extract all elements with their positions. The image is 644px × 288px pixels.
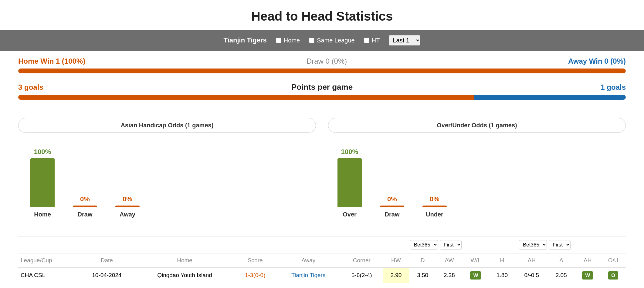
last-select[interactable]: Last 1 Last 5 Last 10 [389,35,420,45]
win-draw-section: Home Win 1 (100%) Draw 0 (0%) Away Win 0… [0,51,644,115]
th-bet365-first-group2: Bet365 First [489,236,601,253]
right-chart-bars: 100% Over 0% Draw 0% Under [337,148,614,221]
th-bet365-first-group1: Bet365 First [383,236,489,253]
first-select-2[interactable]: First [549,240,571,249]
away-win-label: Away Win 0 (0%) [568,57,626,65]
over-bar-rect [337,158,362,207]
win-draw-row: Home Win 1 (100%) Draw 0 (0%) Away Win 0… [18,57,626,65]
th-corner: Corner [341,253,383,268]
same-league-filter-label: Same League [309,37,355,44]
bet365-first-dropdown-1: Bet365 First [385,240,486,249]
ou-draw-bar-item: 0% Draw [380,195,404,218]
page-title: Head to Head Statistics [0,0,644,30]
cell-date: 10-04-2024 [78,268,135,283]
draw-bar-rect [73,206,97,207]
table-header-dropdowns: Bet365 First Bet365 [18,236,626,253]
ou-badge: O [608,271,618,280]
goals-orange-part [18,95,474,100]
th-empty-right [601,236,626,253]
th-d: D [409,253,436,268]
th-home: Home [135,253,234,268]
goals-blue-part [474,95,626,100]
first-select-1[interactable]: First [440,240,462,249]
main-container: Head to Head Statistics Tianjin Tigers H… [0,0,644,288]
th-h: H [489,253,516,268]
cell-h: 1.80 [489,268,516,283]
same-league-checkbox[interactable] [309,38,314,43]
away-bar-label: Away [120,211,135,218]
charts-section: 100% Home 0% Draw 0% Away [0,139,644,233]
under-bar-rect [422,206,447,207]
away-team-value: Tianjin Tigers [291,272,325,278]
draw-bar-label: Draw [78,211,93,218]
th-away: Away [276,253,341,268]
th-wl: W/L [463,253,489,268]
asian-handicap-odds-box: Asian Handicap Odds (1 games) [18,118,316,133]
right-chart: 100% Over 0% Draw 0% Under [325,142,626,227]
draw-bar-pct: 0% [80,195,90,203]
odds-section: Asian Handicap Odds (1 games) Over/Under… [0,115,644,139]
th-aw: AW [436,253,463,268]
over-bar-item: 100% Over [337,148,362,218]
over-bar-label: Over [343,211,357,218]
team-name: Tianjin Tigers [224,36,267,44]
bet365-select-2[interactable]: Bet365 [519,240,547,249]
cell-ah2: W [575,268,601,283]
goals-right: 1 goals [601,83,626,92]
ht-checkbox[interactable] [364,38,369,43]
cell-ah: 0/-0.5 [515,268,548,283]
bet365-first-dropdown-2: Bet365 First [491,240,598,249]
ht-filter-label: HT [364,37,380,44]
cell-hw: 2.90 [383,268,409,283]
home-checkbox[interactable] [276,38,281,43]
score-value: 1-3(0-0) [245,272,266,278]
ah2-badge: W [582,271,593,280]
under-bar-item: 0% Under [422,195,447,218]
th-date: Date [78,253,135,268]
cell-league: CHA CSL [18,268,78,283]
home-bar-item: 100% Home [30,148,55,218]
left-chart-bars: 100% Home 0% Draw 0% Away [30,148,307,221]
wl-badge: W [470,271,481,280]
left-chart: 100% Home 0% Draw 0% Away [18,142,319,227]
draw-bar-item: 0% Draw [73,195,97,218]
home-bar-pct: 100% [34,148,51,156]
cell-home: Qingdao Youth Island [135,268,234,283]
over-under-odds-box: Over/Under Odds (1 games) [328,118,626,133]
win-progress-bar [18,69,626,73]
th-score: Score [234,253,276,268]
goals-progress-bar [18,95,626,100]
under-bar-label: Under [426,211,443,218]
goals-bar-split [18,95,626,100]
cell-wl: W [463,268,489,283]
home-win-label: Home Win 1 (100%) [18,57,85,65]
filter-bar: Tianjin Tigers Home Same League HT Last … [0,30,644,51]
away-bar-pct: 0% [123,195,132,203]
table-section: Bet365 First Bet365 [0,233,644,288]
cell-ou: O [601,268,626,283]
th-ah: AH [515,253,548,268]
ou-draw-bar-rect [380,206,404,207]
table-row: CHA CSL 10-04-2024 Qingdao Youth Island … [18,268,626,283]
th-a: A [548,253,575,268]
results-table: Bet365 First Bet365 [18,236,626,283]
cell-d: 3.50 [409,268,436,283]
over-bar-pct: 100% [341,148,358,156]
home-bar-label: Home [34,211,51,218]
goals-row: 3 goals Points per game 1 goals [18,82,626,92]
goals-left: 3 goals [18,83,43,92]
th-empty-left [18,236,383,253]
home-bar-rect [30,158,55,207]
home-filter-label: Home [276,37,300,44]
th-ou: O/U [601,253,626,268]
th-league: League/Cup [18,253,78,268]
th-ah2: AH [575,253,601,268]
cell-score: 1-3(0-0) [234,268,276,283]
cell-away: Tianjin Tigers [276,268,341,283]
ou-draw-bar-pct: 0% [387,195,397,203]
under-bar-pct: 0% [430,195,439,203]
bet365-select-1[interactable]: Bet365 [410,240,438,249]
chart-divider [322,142,322,227]
table-subheader: League/Cup Date Home Score Away Corner H… [18,253,626,268]
draw-label: Draw 0 (0%) [307,57,347,65]
